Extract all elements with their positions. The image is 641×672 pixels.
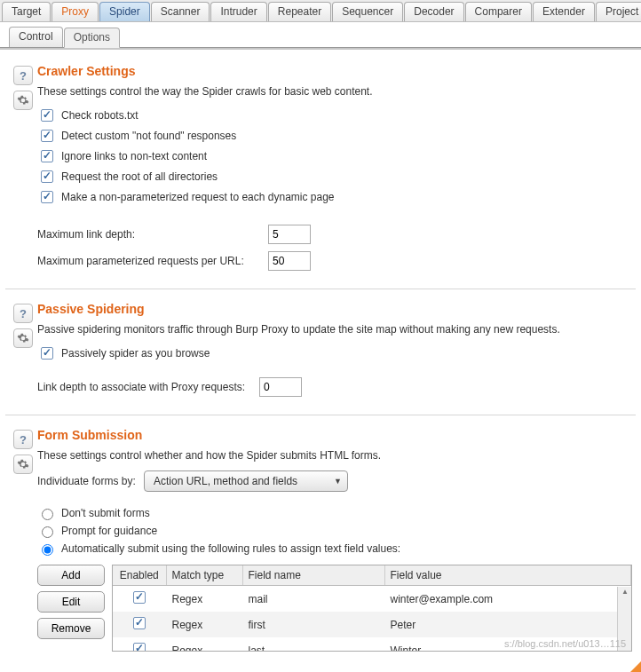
- row-field-name: first: [242, 612, 384, 637]
- form-desc: These settings control whether and how t…: [37, 449, 632, 462]
- tab-project-options[interactable]: Project options: [596, 2, 641, 21]
- row-match-type: Regex: [166, 637, 242, 652]
- section-form-submission: ? Form Submission These settings control…: [5, 421, 636, 666]
- radio-auto-submit-label: Automatically submit using the following…: [61, 542, 400, 555]
- check-ignore-nontext[interactable]: [41, 150, 53, 162]
- th-field-name[interactable]: Field name: [242, 565, 384, 586]
- row-field-value: Peter: [384, 612, 631, 637]
- radio-prompt[interactable]: [42, 526, 53, 538]
- tab-decoder[interactable]: Decoder: [404, 2, 463, 21]
- check-passive-spider-label: Passively spider as you browse: [61, 347, 210, 360]
- check-request-root[interactable]: [41, 170, 53, 183]
- check-robots[interactable]: [41, 109, 53, 122]
- tab-repeater[interactable]: Repeater: [268, 2, 331, 21]
- individuate-label: Individuate forms by:: [37, 475, 144, 487]
- radio-dont-submit-label: Don't submit forms: [61, 507, 150, 519]
- gear-icon[interactable]: [13, 328, 33, 348]
- tab-sequencer[interactable]: Sequencer: [332, 2, 403, 21]
- check-nonparam[interactable]: [41, 191, 53, 203]
- row-field-name: last: [242, 637, 384, 652]
- tab-control[interactable]: Control: [9, 27, 63, 47]
- crawler-desc: These settings control the way the Spide…: [37, 85, 632, 98]
- tab-spider[interactable]: Spider: [99, 2, 150, 21]
- individuate-select-value: Action URL, method and fields: [154, 475, 297, 487]
- passive-title: Passive Spidering: [37, 302, 632, 316]
- section-crawler-settings: ? Crawler Settings These settings contro…: [5, 57, 636, 289]
- tab-proxy[interactable]: Proxy: [51, 2, 99, 21]
- row-enabled-checkbox[interactable]: [133, 591, 146, 604]
- radio-auto-submit[interactable]: [42, 544, 53, 556]
- resize-handle-icon[interactable]: [630, 661, 641, 671]
- tab-intruder[interactable]: Intruder: [210, 2, 266, 21]
- main-tab-bar: Target Proxy Spider Scanner Intruder Rep…: [0, 0, 641, 22]
- check-nonparam-label: Make a non-parameterized request to each…: [61, 191, 335, 203]
- tab-options[interactable]: Options: [64, 28, 120, 48]
- scrollbar[interactable]: [617, 587, 631, 651]
- sub-tab-bar: Control Options: [0, 25, 641, 48]
- row-field-name: mail: [242, 586, 384, 613]
- chevron-down-icon: ▼: [334, 477, 342, 486]
- radio-prompt-label: Prompt for guidance: [61, 525, 157, 537]
- form-rules-table[interactable]: Enabled Match type Field name Field valu…: [112, 565, 632, 652]
- check-ignore-nontext-label: Ignore links to non-text content: [61, 150, 207, 162]
- row-match-type: Regex: [166, 612, 242, 637]
- individuate-select[interactable]: Action URL, method and fields ▼: [144, 470, 348, 492]
- passive-depth-input[interactable]: [259, 377, 302, 397]
- radio-dont-submit[interactable]: [42, 509, 53, 520]
- table-row[interactable]: RegexfirstPeter: [113, 612, 631, 637]
- table-row[interactable]: Regexmailwinter@example.com: [113, 586, 631, 613]
- gear-icon[interactable]: [13, 455, 33, 474]
- th-field-value[interactable]: Field value: [384, 565, 631, 586]
- check-notfound[interactable]: [41, 130, 53, 142]
- tab-extender[interactable]: Extender: [533, 2, 595, 21]
- help-icon[interactable]: ?: [13, 430, 33, 449]
- gear-icon[interactable]: [13, 91, 33, 110]
- form-title: Form Submission: [37, 428, 632, 442]
- th-match-type[interactable]: Match type: [166, 565, 242, 586]
- check-notfound-label: Detect custom "not found" responses: [61, 130, 236, 142]
- passive-desc: Passive spidering monitors traffic throu…: [37, 323, 632, 336]
- row-field-value: winter@example.com: [384, 586, 631, 613]
- section-passive-spidering: ? Passive Spidering Passive spidering mo…: [5, 295, 636, 415]
- max-link-depth-input[interactable]: [268, 225, 311, 244]
- row-enabled-checkbox[interactable]: [133, 643, 146, 652]
- help-icon[interactable]: ?: [13, 66, 33, 85]
- tab-comparer[interactable]: Comparer: [465, 2, 532, 21]
- row-field-value: Winter: [384, 637, 631, 652]
- tab-target[interactable]: Target: [2, 2, 51, 21]
- max-param-label: Maximum parameterized requests per URL:: [37, 255, 268, 267]
- crawler-title: Crawler Settings: [37, 64, 632, 78]
- add-button[interactable]: Add: [37, 565, 105, 586]
- row-match-type: Regex: [166, 586, 242, 613]
- th-enabled[interactable]: Enabled: [113, 565, 166, 586]
- row-enabled-checkbox[interactable]: [133, 617, 146, 629]
- check-passive-spider[interactable]: [41, 347, 53, 360]
- check-robots-label: Check robots.txt: [61, 109, 138, 122]
- check-request-root-label: Request the root of all directories: [61, 170, 218, 183]
- help-icon[interactable]: ?: [13, 304, 33, 323]
- max-param-input[interactable]: [268, 251, 311, 271]
- passive-depth-label: Link depth to associate with Proxy reque…: [37, 381, 259, 393]
- tab-scanner[interactable]: Scanner: [151, 2, 210, 21]
- table-row[interactable]: RegexlastWinter: [113, 637, 631, 652]
- remove-button[interactable]: Remove: [37, 618, 105, 639]
- max-link-depth-label: Maximum link depth:: [37, 228, 268, 241]
- edit-button[interactable]: Edit: [37, 591, 105, 613]
